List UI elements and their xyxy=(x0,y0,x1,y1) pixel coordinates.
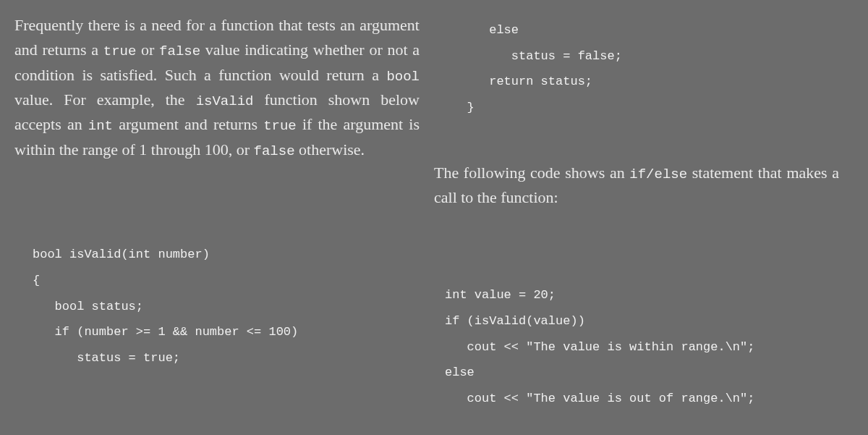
code-block-usage: int value = 20; if (isValid(value)) cout… xyxy=(445,282,839,411)
text-run: The following code shows an xyxy=(434,164,629,182)
inline-code: false xyxy=(254,143,295,159)
left-column: Frequently there is a need for a functio… xyxy=(14,13,420,371)
code-block-isvalid-continued: else status = false; return status; } xyxy=(445,17,839,121)
inline-code: bool xyxy=(386,69,420,85)
text-run: argument and returns xyxy=(113,115,263,133)
paragraph-2: The following code shows an if/else stat… xyxy=(434,161,839,211)
code-block-isvalid: bool isValid(int number) { bool status; … xyxy=(33,242,420,371)
inline-code: true xyxy=(263,118,297,134)
text-run: value. For example, the xyxy=(14,90,196,109)
text-run: or xyxy=(136,41,159,59)
text-run: otherwise. xyxy=(295,140,365,159)
inline-code: isValid xyxy=(196,93,254,109)
inline-code: false xyxy=(159,43,200,59)
inline-code: int xyxy=(88,118,113,134)
right-column: else status = false; return status; } Th… xyxy=(434,13,839,412)
paragraph-1: Frequently there is a need for a functio… xyxy=(14,13,420,162)
inline-code: if/else xyxy=(629,166,687,182)
inline-code: true xyxy=(103,43,137,59)
